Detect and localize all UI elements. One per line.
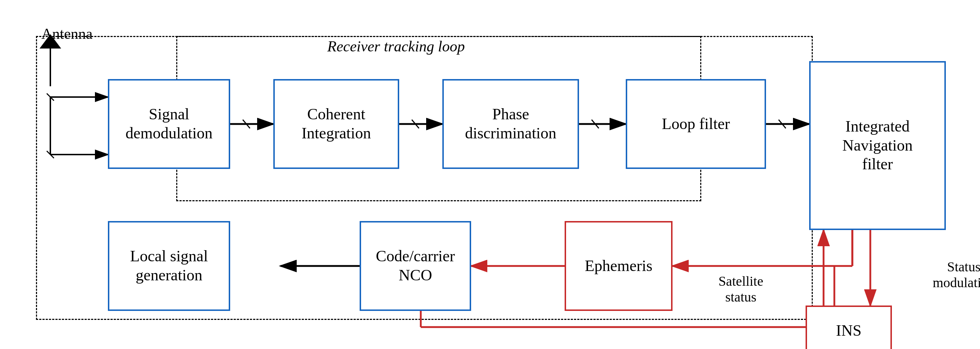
ephemeris-box: Ephemeris: [565, 221, 673, 311]
status-modulation-label: Statusmodulation: [928, 259, 980, 290]
integrated-nav-box: IntegratedNavigationfilter: [809, 61, 946, 230]
diagram-container: Receiver tracking loop Antenna: [14, 14, 964, 334]
ins-box: INS: [806, 306, 892, 349]
local-signal-box: Local signalgeneration: [108, 221, 230, 311]
antenna-triangle: [40, 34, 61, 49]
signal-demod-box: Signaldemodulation: [108, 79, 230, 169]
code-carrier-box: Code/carrierNCO: [360, 221, 471, 311]
satellite-status-label: Satellitestatus: [698, 273, 784, 305]
loop-filter-box: Loop filter: [626, 79, 766, 169]
phase-disc-box: Phasediscrimination: [442, 79, 579, 169]
coherent-int-box: CoherentIntegration: [273, 79, 399, 169]
